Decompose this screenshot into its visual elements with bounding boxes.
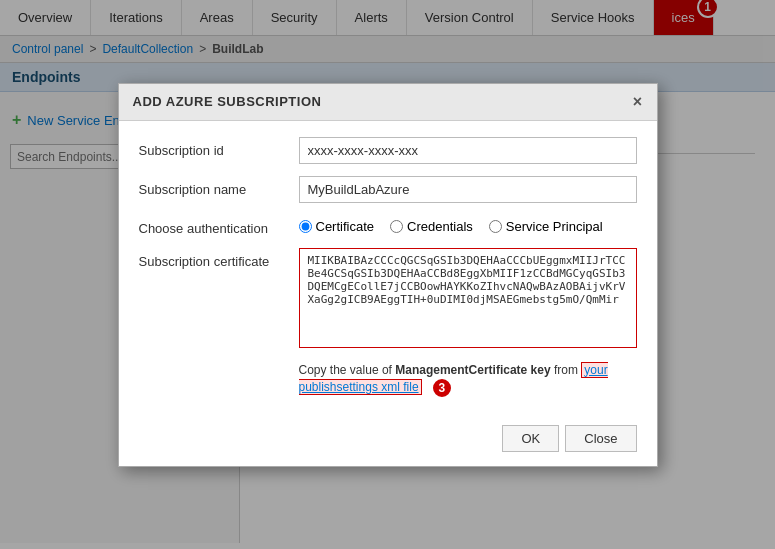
auth-row: Choose authentication Certificate Creden… xyxy=(139,215,637,236)
help-text: Copy the value of ManagementCertificate … xyxy=(299,363,637,399)
cert-textarea[interactable] xyxy=(299,248,637,348)
radio-certificate[interactable]: Certificate xyxy=(299,219,375,234)
radio-credentials[interactable]: Credentials xyxy=(390,219,473,234)
dialog-close-icon[interactable]: × xyxy=(633,94,643,110)
ok-button[interactable]: OK xyxy=(502,425,559,452)
dialog-title: ADD AZURE SUBSCRIPTION xyxy=(133,94,322,109)
subscription-name-label: Subscription name xyxy=(139,176,299,197)
help-text-bold: ManagementCertificate key xyxy=(395,363,550,377)
subscription-id-row: Subscription id xyxy=(139,137,637,164)
help-text-middle: from xyxy=(551,363,582,377)
auth-options: Certificate Credentials Service Principa… xyxy=(299,215,637,234)
help-text-prefix: Copy the value of xyxy=(299,363,396,377)
dialog-overlay: ADD AZURE SUBSCRIPTION × Subscription id… xyxy=(0,0,775,549)
radio-service-principal[interactable]: Service Principal xyxy=(489,219,603,234)
auth-label: Choose authentication xyxy=(139,215,299,236)
subscription-name-input[interactable] xyxy=(299,176,637,203)
dialog-body: Subscription id Subscription name Choose… xyxy=(119,121,657,415)
badge-3: 3 xyxy=(431,377,453,399)
subscription-name-row: Subscription name xyxy=(139,176,637,203)
cert-label: Subscription certificate xyxy=(139,248,299,269)
close-button[interactable]: Close xyxy=(565,425,636,452)
dialog-header: ADD AZURE SUBSCRIPTION × xyxy=(119,84,657,121)
dialog: ADD AZURE SUBSCRIPTION × Subscription id… xyxy=(118,83,658,467)
cert-row: Subscription certificate xyxy=(139,248,637,351)
dialog-footer: OK Close xyxy=(119,415,657,466)
subscription-id-label: Subscription id xyxy=(139,137,299,158)
subscription-id-input[interactable] xyxy=(299,137,637,164)
